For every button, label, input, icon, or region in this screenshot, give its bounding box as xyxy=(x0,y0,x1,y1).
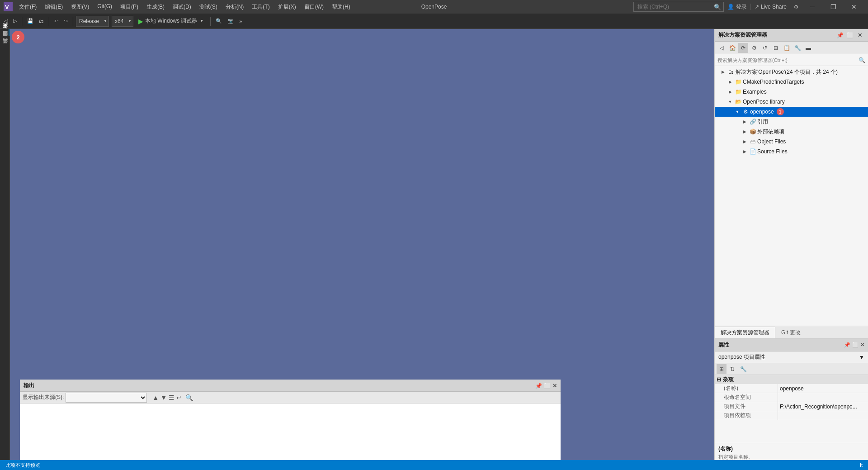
object-files-label: Object Files xyxy=(757,138,786,145)
menu-analyze[interactable]: 分析(N) xyxy=(222,2,248,12)
platform-dropdown-wrapper: x64 xyxy=(112,16,133,27)
properties-project-title: openpose 项目属性 ▼ xyxy=(715,351,868,363)
solution-explorer-search-input[interactable] xyxy=(717,57,859,63)
menu-build[interactable]: 生成(B) xyxy=(143,2,168,12)
prop-sort-button[interactable]: ⇅ xyxy=(727,364,737,374)
menu-window[interactable]: 窗口(W) xyxy=(301,2,327,12)
properties-title: 属性 xyxy=(718,341,729,349)
prop-float-button[interactable]: ⬜ xyxy=(852,342,859,348)
statusbar-right-text[interactable]: It xyxy=(858,460,864,470)
output-float-button[interactable]: ⬜ xyxy=(544,383,551,389)
folder-icon-openpose-library: 📂 xyxy=(735,98,742,105)
svg-text:V: V xyxy=(5,4,9,10)
output-wrap-button[interactable]: ↵ xyxy=(176,394,182,401)
tree-item-examples[interactable]: ▶ 📁 Examples xyxy=(715,87,868,97)
prop-row-namespace[interactable]: 根命名空间 xyxy=(715,393,868,402)
tree-item-external-deps[interactable]: ▶ 📦 外部依赖项 xyxy=(715,127,868,137)
output-find-button[interactable]: 🔍 xyxy=(185,394,193,401)
se-settings-button[interactable]: ⚙ xyxy=(749,43,759,53)
search-toolbar-button[interactable]: 🔍 xyxy=(213,15,224,27)
tree-item-source-files[interactable]: ▶ 📄 Source Files xyxy=(715,147,868,157)
sidebar-tab-solution[interactable]: 解决方案 xyxy=(0,29,9,36)
menu-edit[interactable]: 编辑(E) xyxy=(41,2,66,12)
tree-item-refs[interactable]: ▶ 🔗 引用 xyxy=(715,117,868,127)
se-float-button[interactable]: ⬜ xyxy=(845,31,854,39)
prop-footer-title: (名称) xyxy=(718,445,864,453)
output-up-button[interactable]: ▲ xyxy=(152,394,159,401)
se-filter-button[interactable]: 🔧 xyxy=(793,43,802,53)
se-pin-button[interactable]: 📌 xyxy=(835,31,844,39)
minimize-button[interactable]: ─ xyxy=(802,0,823,14)
redo-button[interactable]: ↪ xyxy=(61,15,70,27)
login-button[interactable]: 👤 登录 xyxy=(727,3,747,11)
accessibility-icon[interactable]: ⚙ xyxy=(794,4,798,10)
output-down-button[interactable]: ▼ xyxy=(160,394,167,401)
output-clear-button[interactable]: ☰ xyxy=(169,394,175,401)
se-close-button[interactable]: ✕ xyxy=(855,31,864,39)
se-back-button[interactable]: ◁ xyxy=(717,43,726,53)
menu-file[interactable]: 文件(F) xyxy=(15,2,40,12)
se-more-button[interactable]: ▬ xyxy=(803,43,813,53)
output-panel-controls: 📌 ⬜ ✕ xyxy=(535,383,557,389)
tree-item-object-files[interactable]: ▶ 🗃 Object Files xyxy=(715,137,868,147)
sidebar-tab-teamexplorer[interactable]: 团队资源管理器 xyxy=(0,36,9,43)
output-titlebar: 输出 📌 ⬜ ✕ xyxy=(20,380,561,392)
se-collapse-button[interactable]: ⊟ xyxy=(771,43,781,53)
prop-pin-button[interactable]: 📌 xyxy=(844,342,850,348)
output-source-select[interactable] xyxy=(66,393,147,403)
menu-test[interactable]: 测试(S) xyxy=(196,2,221,12)
save-all-button[interactable]: 🗂 xyxy=(37,15,46,27)
statusbar-preview-item[interactable]: 此项不支持预览 xyxy=(4,460,42,470)
prop-category-button[interactable]: ⊞ xyxy=(717,364,726,374)
search-icon: 🔍 xyxy=(714,4,721,10)
menu-tools[interactable]: 工具(T) xyxy=(248,2,273,12)
properties-header: 属性 📌 ⬜ ✕ xyxy=(715,339,868,351)
tree-arrow-refs: ▶ xyxy=(741,118,748,125)
tab-solution-explorer[interactable]: 解决方案资源管理器 xyxy=(715,327,775,338)
menu-help[interactable]: 帮助(H) xyxy=(328,2,354,12)
save-button[interactable]: 💾 xyxy=(25,15,36,27)
external-deps-label: 外部依赖项 xyxy=(757,128,784,136)
back-button[interactable]: ◁ xyxy=(2,15,10,27)
prop-row-projectfile[interactable]: 项目文件 F:\Action_Recognition\openpo... xyxy=(715,402,868,411)
forward-button[interactable]: ▷ xyxy=(11,15,19,27)
menu-debug[interactable]: 调试(D) xyxy=(169,2,195,12)
prop-row-projectdeps[interactable]: 项目依赖项 xyxy=(715,411,868,420)
prop-footer-desc: 指定项目名称。 xyxy=(718,454,864,461)
restore-button[interactable]: ❐ xyxy=(823,0,844,14)
solution-explorer-toolbar: ◁ 🏠 ⟳ ⚙ ↺ ⊟ 📋 🔧 ▬ xyxy=(715,42,868,54)
platform-dropdown[interactable]: x64 xyxy=(112,16,133,27)
se-home-button[interactable]: 🏠 xyxy=(727,43,737,53)
tree-item-openpose[interactable]: ▼ ⚙ openpose 1 xyxy=(715,107,868,117)
liveshare-button[interactable]: ↗ Live Share xyxy=(750,4,790,10)
tab-git-changes[interactable]: Git 更改 xyxy=(775,327,807,338)
menubar: 文件(F) 编辑(E) 视图(V) Git(G) 项目(P) 生成(B) 调试(… xyxy=(15,2,354,12)
more-button[interactable]: » xyxy=(237,15,244,27)
run-button[interactable]: ▶ 本地 Windows 调试器 ▼ xyxy=(134,15,208,27)
output-pin-button[interactable]: 📌 xyxy=(535,383,542,389)
tree-item-solution[interactable]: ▶ 🗂 解决方案'OpenPose'(24 个项目，共 24 个) xyxy=(715,67,868,77)
menu-view[interactable]: 视图(V) xyxy=(67,2,93,12)
se-refresh-button[interactable]: ↺ xyxy=(760,43,770,53)
tree-item-openpose-library[interactable]: ▼ 📂 OpenPose library xyxy=(715,97,868,107)
close-button[interactable]: ✕ xyxy=(844,0,864,14)
camera-button[interactable]: 📷 xyxy=(225,15,236,27)
statusbar-it-text: It xyxy=(860,462,863,468)
output-close-button[interactable]: ✕ xyxy=(552,383,557,389)
prop-row-name[interactable]: (名称) openpose xyxy=(715,384,868,393)
menu-git[interactable]: Git(G) xyxy=(94,2,116,12)
prop-config-button[interactable]: 🔧 xyxy=(738,364,748,374)
menu-extensions[interactable]: 扩展(X) xyxy=(274,2,300,12)
prop-section-misc[interactable]: ⊟ 杂项 xyxy=(715,375,868,384)
se-properties-button[interactable]: 📋 xyxy=(782,43,792,53)
prop-close-button[interactable]: ✕ xyxy=(860,342,864,348)
prop-key-projectdeps: 项目依赖项 xyxy=(715,411,778,420)
menu-project[interactable]: 项目(P) xyxy=(117,2,142,12)
tree-item-cmake[interactable]: ▶ 📁 CMakePredefinedTargets xyxy=(715,77,868,87)
project-icon-openpose: ⚙ xyxy=(742,108,749,115)
se-sync-button[interactable]: ⟳ xyxy=(738,43,748,53)
config-dropdown[interactable]: Release xyxy=(76,16,109,27)
search-input[interactable] xyxy=(633,2,724,12)
undo-button[interactable]: ↩ xyxy=(52,15,61,27)
sidebar-tab-other[interactable]: 工具箱 xyxy=(0,43,9,51)
